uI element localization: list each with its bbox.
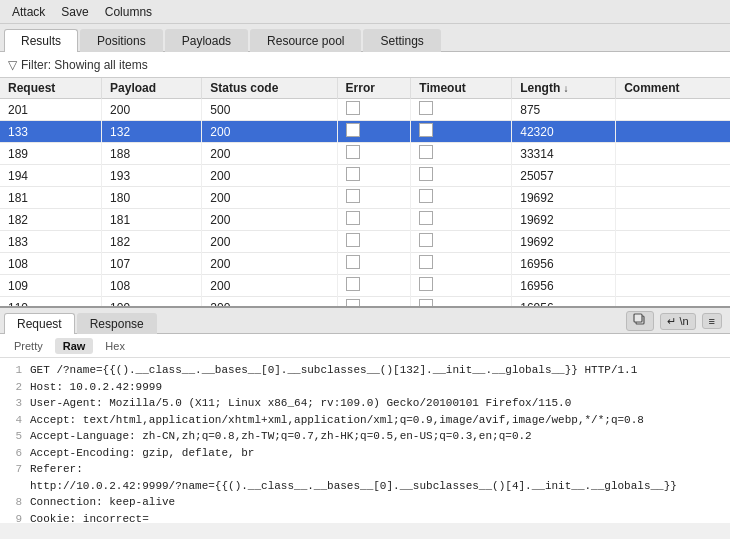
table-row[interactable]: 18118020019692 [0,187,730,209]
error-checkbox[interactable] [346,299,360,308]
main-tabbar: Results Positions Payloads Resource pool… [0,24,730,52]
filter-text: Filter: Showing all items [21,58,148,72]
timeout-checkbox[interactable] [419,189,433,203]
line-number: 8 [8,494,22,511]
content-tab-pretty[interactable]: Pretty [6,338,51,354]
bottom-tabbar: Request Response ↵ \n ≡ [0,308,730,334]
col-timeout[interactable]: Timeout [411,78,512,99]
code-line: 1GET /?name={{()._​_class_​_._​_bases_​_… [8,362,722,379]
results-table: Request Payload Status code Error Timeou… [0,78,730,308]
bottom-tab-response[interactable]: Response [77,313,157,334]
error-checkbox[interactable] [346,233,360,247]
line-number: 2 [8,379,22,396]
line-number: 4 [8,412,22,429]
timeout-checkbox[interactable] [419,299,433,308]
line-number: 1 [8,362,22,379]
line-content: Connection: keep-alive [30,494,722,511]
timeout-checkbox[interactable] [419,101,433,115]
code-line: 5Accept-Language: zh-CN,zh;q=0.8,zh-TW;q… [8,428,722,445]
col-comment[interactable]: Comment [616,78,730,99]
error-checkbox[interactable] [346,189,360,203]
col-request[interactable]: Request [0,78,102,99]
code-line: 6Accept-Encoding: gzip, deflate, br [8,445,722,462]
error-checkbox[interactable] [346,167,360,181]
content-tabbar: Pretty Raw Hex [0,334,730,358]
timeout-checkbox[interactable] [419,277,433,291]
col-status[interactable]: Status code [202,78,337,99]
error-checkbox[interactable] [346,255,360,269]
error-checkbox[interactable] [346,123,360,137]
bottom-tab-right-buttons: ↵ \n ≡ [626,311,726,333]
timeout-checkbox[interactable] [419,255,433,269]
code-line: 3User-Agent: Mozilla/5.0 (X11; Linux x86… [8,395,722,412]
table-row[interactable]: 201200500875 [0,99,730,121]
line-number: 9 [8,511,22,524]
table-row[interactable]: 11010920016956 [0,297,730,309]
timeout-checkbox[interactable] [419,211,433,225]
bottom-tab-request[interactable]: Request [4,313,75,334]
table-row[interactable]: 19419320025057 [0,165,730,187]
table-row[interactable]: 10910820016956 [0,275,730,297]
table-row[interactable]: 18318220019692 [0,231,730,253]
line-content: Accept: text/html,application/xhtml+xml,… [30,412,722,429]
tab-resource-pool[interactable]: Resource pool [250,29,361,52]
table-body: 2012005008751331322004232018918820033314… [0,99,730,309]
timeout-checkbox[interactable] [419,233,433,247]
svg-rect-1 [634,314,642,322]
code-line: 9Cookie: incorrect= "2|1:0|10:1706851331… [8,511,722,524]
error-checkbox[interactable] [346,211,360,225]
tab-positions[interactable]: Positions [80,29,163,52]
code-line: 7Referer: http://10.0.2.42:9999/?name={{… [8,461,722,494]
line-number: 5 [8,428,22,445]
line-content: Host: 10.0.2.42:9999 [30,379,722,396]
menu-columns[interactable]: Columns [97,3,160,21]
content-tab-hex[interactable]: Hex [97,338,133,354]
tab-settings[interactable]: Settings [363,29,440,52]
newline-button[interactable]: ↵ \n [660,313,695,330]
table-row[interactable]: 13313220042320 [0,121,730,143]
line-content: User-Agent: Mozilla/5.0 (X11; Linux x86_… [30,395,722,412]
table-row[interactable]: 18918820033314 [0,143,730,165]
timeout-checkbox[interactable] [419,167,433,181]
tab-results[interactable]: Results [4,29,78,52]
code-line: 4Accept: text/html,application/xhtml+xml… [8,412,722,429]
timeout-checkbox[interactable] [419,123,433,137]
line-content: Cookie: incorrect= "2|1:0|10:1706851331|… [30,511,722,524]
filter-icon: ▽ [8,58,17,72]
tab-payloads[interactable]: Payloads [165,29,248,52]
line-content: Accept-Encoding: gzip, deflate, br [30,445,722,462]
line-number: 6 [8,445,22,462]
menu-save[interactable]: Save [53,3,96,21]
error-checkbox[interactable] [346,101,360,115]
code-line: 8Connection: keep-alive [8,494,722,511]
code-area[interactable]: 1GET /?name={{()._​_class_​_._​_bases_​_… [0,358,730,523]
bottom-panel: Request Response ↵ \n ≡ Pretty Raw Hex 1… [0,308,730,523]
col-error[interactable]: Error [337,78,411,99]
menu-attack[interactable]: Attack [4,3,53,21]
content-tab-raw[interactable]: Raw [55,338,94,354]
line-content: Accept-Language: zh-CN,zh;q=0.8,zh-TW;q=… [30,428,722,445]
col-length[interactable]: Length ↓ [512,78,616,99]
code-line: 2Host: 10.0.2.42:9999 [8,379,722,396]
line-number: 3 [8,395,22,412]
filter-bar: ▽ Filter: Showing all items [0,52,730,78]
results-table-container[interactable]: Request Payload Status code Error Timeou… [0,78,730,308]
table-header-row: Request Payload Status code Error Timeou… [0,78,730,99]
timeout-checkbox[interactable] [419,145,433,159]
table-row[interactable]: 10810720016956 [0,253,730,275]
wrap-button[interactable]: ≡ [702,313,722,329]
copy-button[interactable] [626,311,654,331]
line-content: GET /?name={{()._​_class_​_._​_bases_​_[… [30,362,722,379]
error-checkbox[interactable] [346,145,360,159]
line-content: Referer: http://10.0.2.42:9999/?name={{(… [30,461,722,494]
menubar: Attack Save Columns [0,0,730,24]
table-row[interactable]: 18218120019692 [0,209,730,231]
line-number: 7 [8,461,22,494]
col-payload[interactable]: Payload [102,78,202,99]
error-checkbox[interactable] [346,277,360,291]
